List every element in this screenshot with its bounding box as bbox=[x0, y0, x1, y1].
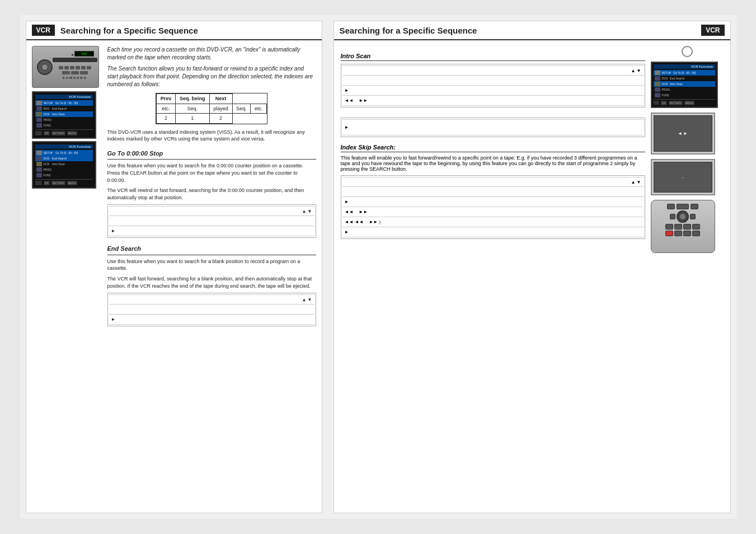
intro-scan-rew: ◄◄ bbox=[345, 98, 354, 103]
osd-right-prog: PROG bbox=[662, 88, 670, 91]
osd2-prog-label: PROG bbox=[44, 168, 52, 171]
goto-text-1: Use this feature when you want to search… bbox=[107, 162, 316, 184]
tv-display-1-content: ◄ ► bbox=[678, 131, 688, 136]
table-cell-2a: 2 bbox=[157, 114, 176, 124]
right-circle-decoration bbox=[682, 46, 693, 57]
goto-diag-row2 bbox=[109, 216, 314, 226]
osd1-menu: MENU bbox=[67, 131, 78, 135]
right-sidebar: VCR Function SETUP Go To (0 : 00 : 00) D… bbox=[651, 46, 724, 253]
intro-scan-display-area: ► bbox=[341, 118, 645, 137]
remote-bottom-row bbox=[665, 224, 700, 229]
remote-control-image bbox=[651, 200, 715, 253]
osd2-row1-label: Go To (0 : 00 : 00) bbox=[55, 151, 78, 154]
table-header-next: Next bbox=[209, 94, 232, 104]
index-skip-row6: ► bbox=[342, 227, 644, 237]
remote-bot-3 bbox=[683, 224, 691, 229]
index-skip-text: This feature will enable you to fast for… bbox=[341, 155, 645, 172]
index-skip-row4: ◄◄ ►► bbox=[342, 207, 644, 217]
osd2-row3: VCR Intro Scan bbox=[35, 161, 93, 167]
index-skip-ff: ►► bbox=[359, 209, 368, 214]
intro-scan-play: ► bbox=[345, 88, 349, 93]
goto-section-title: Go To 0:00:00 Stop bbox=[107, 149, 316, 160]
remote-btn-3 bbox=[691, 204, 698, 209]
osd-right-row3-label: Intro Scan bbox=[670, 82, 683, 86]
osd1-row3: VCR Intro Scan bbox=[35, 111, 93, 117]
osd-right-row4: PROG bbox=[654, 87, 715, 92]
osd-right-func: FUNC bbox=[662, 93, 670, 97]
osd2-row3-label: Intro Scan bbox=[52, 162, 65, 166]
index-skip-rew2: ◄◄ ◄◄ bbox=[345, 219, 364, 224]
end-search-text-1: Use this feature when you want to search… bbox=[107, 258, 316, 272]
osd1-setup-label: SETUP bbox=[44, 101, 53, 105]
remote-btn-1 bbox=[667, 204, 675, 209]
vcr-badge-left: VCR bbox=[32, 25, 55, 36]
osd1-row2-label: End Search bbox=[52, 107, 67, 110]
index-skip-play: ► bbox=[345, 199, 349, 204]
remote-circle bbox=[677, 210, 689, 223]
osd-right-row1-label: Go To (0 : 00 : 00) bbox=[673, 71, 696, 74]
remote-circle-inner bbox=[680, 214, 685, 219]
osd-right-row2: DVD End Search bbox=[654, 76, 715, 81]
osd1-row1: SETUP Go To (0 : 00 : 00) bbox=[35, 100, 93, 106]
end-diag-row1: ▲ ▼ bbox=[109, 294, 314, 305]
table-cell-1: 1 bbox=[175, 114, 209, 124]
osd1-func-label: FUNC bbox=[44, 124, 51, 127]
osd2-setup-label: SETUP bbox=[44, 151, 53, 154]
tv-display-2-content: - bbox=[682, 175, 684, 180]
remote-right-btn bbox=[690, 214, 696, 219]
right-panel-header: Searching for a Specific Sequence VCR bbox=[334, 21, 730, 40]
remote-top-row bbox=[667, 204, 698, 209]
osd-right-return: RETURN bbox=[669, 101, 683, 105]
osd-screen-right: VCR Function SETUP Go To (0 : 00 : 00) D… bbox=[651, 62, 718, 108]
osd2-vcr-label: VCR bbox=[44, 162, 50, 166]
left-panel-header: VCR Searching for a Specific Sequence bbox=[26, 21, 322, 40]
intro-scan-row3: ► bbox=[342, 86, 644, 96]
osd1-row3-label: Intro Scan bbox=[52, 113, 65, 116]
intro-text-2: The Search function allows you to fast-f… bbox=[107, 65, 313, 87]
osd1-ok: OK bbox=[44, 131, 50, 135]
osd-right-setup: SETUP bbox=[662, 71, 672, 74]
osd1-row4: PROG bbox=[35, 117, 93, 123]
intro-scan-row2 bbox=[342, 76, 644, 86]
end-search-title: End Search bbox=[107, 245, 316, 255]
osd2-row2: DVD End Search bbox=[35, 156, 93, 161]
goto-diag-row1: ▲ ▼ bbox=[109, 206, 314, 216]
osd-right-ok: OK bbox=[661, 101, 667, 105]
end-play-icon: ► bbox=[111, 316, 116, 322]
table-cell-seq: Seq. bbox=[175, 104, 209, 114]
osd2-menu: MENU bbox=[67, 181, 78, 185]
osd-right-vcr: VCR bbox=[662, 82, 668, 86]
index-skip-play2: ► bbox=[345, 229, 349, 235]
osd-right-row2-label: End Search bbox=[670, 77, 684, 80]
remote-bot-4 bbox=[692, 224, 700, 229]
tv-display-2: - bbox=[651, 159, 715, 195]
samsung-brand: SAMSUNG bbox=[63, 76, 88, 79]
intro-scan-ff: ►► bbox=[359, 98, 368, 103]
right-panel-content: Intro Scan ▲ ▼ ► ◄◄ ►► bbox=[334, 40, 730, 259]
remote-bot-1 bbox=[665, 224, 673, 229]
osd1-vcr-label: VCR bbox=[44, 113, 50, 116]
table-cell-2b: 2 bbox=[209, 114, 232, 124]
remote-bot-2 bbox=[674, 224, 682, 229]
osd1-bottom-bar: OK RETURN MENU bbox=[35, 129, 93, 135]
left-panel-content: ◄ ► bbox=[26, 40, 322, 339]
remote-mid-row bbox=[670, 210, 696, 223]
index-skip-row5: ◄◄ ◄◄ ►► ) bbox=[342, 217, 644, 227]
end-search-diagram: ▲ ▼ ► bbox=[107, 293, 316, 326]
osd-right-row3: VCR Intro Scan bbox=[654, 81, 715, 87]
left-intro-text: Each time you record a cassette on this … bbox=[107, 46, 316, 329]
osd-right-bottom: OK RETURN MENU bbox=[654, 99, 715, 105]
osd2-ok: OK bbox=[44, 181, 50, 185]
goto-diagram: ▲ ▼ ► bbox=[107, 204, 316, 238]
remote-rew-btn bbox=[683, 231, 691, 236]
table-cell-played: played bbox=[209, 104, 232, 114]
right-main-content: Intro Scan ▲ ▼ ► ◄◄ ►► bbox=[341, 46, 645, 253]
remote-transport-row bbox=[665, 231, 700, 236]
intro-scan-row1: ▲ ▼ bbox=[342, 65, 644, 76]
osd2-func-label: FUNC bbox=[44, 174, 51, 177]
index-table: Prev Seq. being Next etc. Seq. played Se… bbox=[156, 93, 267, 124]
remote-stop-btn bbox=[665, 231, 673, 236]
osd1-return: RETURN bbox=[51, 131, 65, 135]
goto-text-2: The VCR will rewind or fast forward, sea… bbox=[107, 187, 316, 201]
osd-right-dvd: DVD bbox=[662, 77, 668, 80]
